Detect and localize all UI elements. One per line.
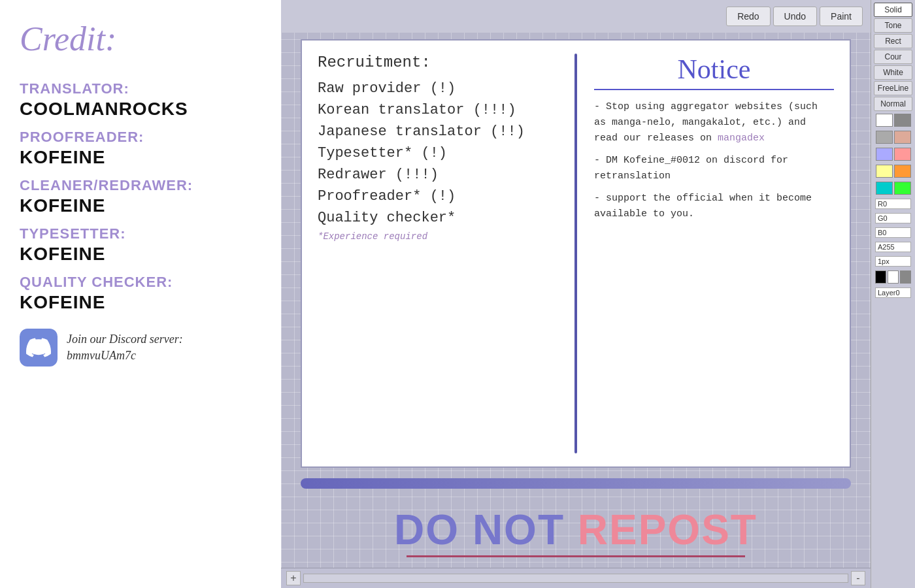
recruitment-item-typesetter: Typesetter* (!) <box>318 145 557 161</box>
a-input[interactable] <box>875 242 911 252</box>
canvas-scrollbar[interactable]: + - <box>281 568 871 588</box>
tool-rect[interactable]: Rect <box>874 34 912 48</box>
swatch-lightgray[interactable] <box>876 131 893 144</box>
notice-text: - Stop using aggregator websites (such a… <box>594 99 834 222</box>
vertical-divider <box>574 54 577 453</box>
swatch-pink[interactable] <box>894 148 911 161</box>
paint-button[interactable]: Paint <box>820 7 863 26</box>
role-item-quality-checker: Quality Checker: Kofeine <box>20 274 261 313</box>
typesetter-label: Typesetter: <box>20 225 261 242</box>
recruitment-title: Recruitment: <box>318 54 557 71</box>
g-input[interactable] <box>875 213 911 223</box>
color-swatches-row5 <box>874 180 912 196</box>
g-label <box>874 212 912 225</box>
swatch-orange[interactable] <box>894 165 911 178</box>
recruitment-col: Recruitment: Raw provider (!) Korean tra… <box>318 54 564 453</box>
tool-cour[interactable]: Cour <box>874 50 912 64</box>
swatch-black[interactable] <box>875 270 886 284</box>
recruitment-item-korean: Korean translator (!!!) <box>318 102 557 118</box>
scroll-left-btn[interactable]: + <box>286 571 301 585</box>
typesetter-name: Kofeine <box>20 244 261 265</box>
canvas-content: Recruitment: Raw provider (!) Korean tra… <box>281 33 871 568</box>
discord-logo-icon <box>26 335 51 360</box>
color-swatches-row3 <box>874 146 912 162</box>
discord-text: Join our Discord server:bmmvuUAm7c <box>67 331 183 364</box>
do-not-repost-section: DO NOT REPOST <box>294 497 857 561</box>
black-white-row <box>874 269 912 285</box>
swatch-green[interactable] <box>894 182 911 195</box>
proofreader-label: Proofreader: <box>20 129 261 146</box>
tool-solid[interactable]: Solid <box>874 3 912 17</box>
role-item-cleaner: Cleaner/Redrawer: Kofeine <box>20 177 261 216</box>
swatch-gray[interactable] <box>894 114 911 127</box>
swatch-salmon[interactable] <box>894 131 911 144</box>
swatch-gray2[interactable] <box>900 270 911 284</box>
undo-button[interactable]: Undo <box>773 7 817 26</box>
quality-checker-label: Quality Checker: <box>20 274 261 291</box>
px-label <box>874 255 912 268</box>
tool-normal[interactable]: Normal <box>874 97 912 111</box>
layer-input[interactable] <box>875 287 911 298</box>
r-label <box>874 197 912 210</box>
roles-list: Translator: CoolManRocks Proofreader: Ko… <box>20 71 261 313</box>
scroll-track[interactable] <box>303 574 848 583</box>
recruitment-item-proofreader: Proofreader* (!) <box>318 188 557 204</box>
bottom-bar <box>301 478 851 489</box>
repost-part: REPOST <box>578 506 757 553</box>
recruitment-item-japanese: Japanese translator (!!) <box>318 123 557 140</box>
tool-white[interactable]: White <box>874 65 912 80</box>
tool-freeline[interactable]: FreeLine <box>874 81 912 95</box>
recruitment-item-raw: Raw provider (!) <box>318 80 557 97</box>
swatch-yellow[interactable] <box>876 165 893 178</box>
quality-checker-name: Kofeine <box>20 292 261 313</box>
b-input[interactable] <box>875 227 911 238</box>
credit-title: Credit: <box>20 20 261 58</box>
panel-top: Recruitment: Raw provider (!) Korean tra… <box>318 54 834 453</box>
px-input[interactable] <box>875 256 911 267</box>
color-swatches-row4 <box>874 163 912 179</box>
notice-line-3: - support the official when it become av… <box>594 191 834 222</box>
redo-button[interactable]: Redo <box>726 7 770 26</box>
cleaner-name: Kofeine <box>20 195 261 216</box>
r-input[interactable] <box>875 199 911 209</box>
tool-tone[interactable]: Tone <box>874 18 912 33</box>
do-not-part: DO NOT <box>394 506 578 553</box>
color-swatches-row2 <box>874 129 912 145</box>
swatch-lavender[interactable] <box>876 148 893 161</box>
mangadex-link: mangadex <box>718 133 765 144</box>
recruitment-item-redrawer: Redrawer (!!!) <box>318 167 557 183</box>
role-item-proofreader: Proofreader: Kofeine <box>20 129 261 168</box>
scroll-right-btn[interactable]: - <box>851 571 865 585</box>
notice-line-2: - DM Kofeine_#0012 on discord for retran… <box>594 153 834 184</box>
main-canvas-area: Redo Undo Paint Recruitment: Raw provide… <box>281 0 871 588</box>
left-panel: Credit: Translator: CoolManRocks Proofre… <box>0 0 281 588</box>
role-item-typesetter: Typesetter: Kofeine <box>20 225 261 265</box>
cleaner-label: Cleaner/Redrawer: <box>20 177 261 194</box>
swatch-cyan[interactable] <box>876 182 893 195</box>
discord-section[interactable]: Join our Discord server:bmmvuUAm7c <box>20 329 261 367</box>
right-toolbar: Solid Tone Rect Cour White FreeLine Norm… <box>871 0 915 588</box>
notice-line-1: - Stop using aggregator websites (such a… <box>594 99 834 146</box>
translator-name: CoolManRocks <box>20 99 261 120</box>
b-label <box>874 226 912 239</box>
a-label <box>874 240 912 253</box>
experience-note: *Experience required <box>318 231 557 242</box>
discord-icon[interactable] <box>20 329 58 367</box>
layer-label <box>874 286 912 299</box>
notice-col: Notice - Stop using aggregator websites … <box>588 54 834 453</box>
white-panel: Recruitment: Raw provider (!) Korean tra… <box>301 39 851 468</box>
role-item-translator: Translator: CoolManRocks <box>20 80 261 120</box>
do-not-repost-text: DO NOT REPOST <box>294 506 857 554</box>
translator-label: Translator: <box>20 80 261 97</box>
toolbar: Redo Undo Paint <box>281 0 871 33</box>
swatch-white[interactable] <box>876 114 893 127</box>
color-swatches-row1 <box>874 112 912 128</box>
notice-title: Notice <box>594 54 834 90</box>
proofreader-name: Kofeine <box>20 147 261 168</box>
repost-underline <box>407 555 744 557</box>
recruitment-item-quality-checker: Quality checker* <box>318 210 557 226</box>
swatch-white2[interactable] <box>888 270 899 284</box>
